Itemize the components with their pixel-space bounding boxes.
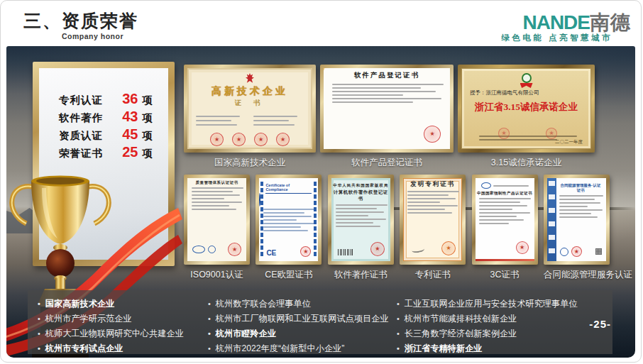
- bullet-icon: •: [38, 311, 40, 326]
- honor-item: • 杭州数字联合会理事单位: [208, 297, 397, 311]
- certificate-body: [403, 191, 462, 214]
- cqc-header: [481, 182, 529, 189]
- honor-text: 杭州市工厂物联网和工业互联网试点项目企业: [216, 311, 389, 326]
- certificate-caption: 软件著作证书: [328, 269, 394, 281]
- honor-item: • 杭州市瞪羚企业: [208, 326, 397, 341]
- bullet-icon: •: [208, 326, 211, 341]
- certificates-row-1: 高新技术企业 证 书 国家高新技术企业: [184, 65, 595, 169]
- stat-unit: 项: [143, 94, 153, 107]
- red-seal-icon: [424, 126, 441, 143]
- slide: 三、资质荣誉 Company honor NANDE南德 绿色电能 点亮智慧城市…: [0, 0, 642, 363]
- stat-unit: 项: [143, 147, 153, 160]
- certificate-caption: 合同能源管理服务认证: [544, 269, 610, 281]
- page-title: 三、资质荣誉: [23, 9, 138, 33]
- seal-row: [560, 246, 602, 257]
- honor-item: • 国家高新技术企业: [38, 297, 208, 311]
- stat-label: 软件著作: [59, 111, 103, 125]
- award-to-line: 授予：浙江南德电气有限公司: [470, 89, 583, 96]
- red-seal-icon: [254, 133, 268, 146]
- certificate-caption: 国家高新技术企业: [184, 157, 316, 169]
- cnas-logo-icon: [208, 246, 216, 253]
- certificate-body: [324, 84, 450, 103]
- certificate-card: 质量管理体系认证证书 ISO9001认证: [184, 175, 250, 281]
- certificate-title: 质量管理体系认证证书: [187, 180, 246, 185]
- certificate-card: 中国国家强制性产品认证证书 3C证书: [472, 175, 538, 281]
- honor-column: • 杭州数字联合会理事单位 • 杭州市工厂物联网和工业互联网试点项目企业 • 杭…: [208, 297, 397, 356]
- certificate-caption: 软件产品登记证书: [320, 157, 454, 169]
- red-seal-icon: [300, 246, 311, 257]
- certificate-title: 计算机软件著作权登记证书: [331, 189, 390, 202]
- honor-column: • 国家高新技术企业 • 杭州市产学研示范企业 • 杭师大工业物联网研究中心共建…: [38, 297, 208, 356]
- honor-text: 杭州数字联合会理事单位: [216, 297, 311, 311]
- honor-text: 工业互联网企业应用与安全技术研究理事单位: [405, 297, 578, 311]
- flame-emblem-icon: [246, 73, 255, 84]
- header-line: [493, 185, 529, 187]
- stat-row: 软件著作 43 项: [39, 109, 168, 126]
- stat-unit: 项: [143, 129, 153, 143]
- honor-item: • 杭州市工厂物联网和工业互联网试点项目企业: [208, 311, 397, 326]
- certificate-caption: CE欧盟证书: [255, 269, 322, 281]
- stat-value: 43: [122, 109, 138, 125]
- certificate-card: 发明专利证书 专利证书: [400, 175, 466, 281]
- honor-item: • 工业互联网企业应用与安全技术研究理事单位: [397, 297, 603, 311]
- bullet-icon: •: [397, 341, 400, 356]
- certificate-315: 授予：浙江南德电气有限公司 浙江省3.15诚信承诺企业 二〇二一年度: [458, 65, 595, 153]
- bullet-icon: •: [38, 297, 40, 311]
- red-footer-strip: [476, 259, 534, 261]
- honor-item: • 杭州市节能减排科技创新企业: [397, 311, 603, 326]
- certificate-card: 授予：浙江南德电气有限公司 浙江省3.15诚信承诺企业 二〇二一年度 3.15诚…: [458, 65, 595, 169]
- blue-strip: [260, 182, 263, 258]
- bullet-icon: •: [397, 297, 400, 311]
- honor-item: • 杭师大工业物联网研究中心共建企业: [38, 326, 208, 341]
- certificate-card: 高新技术企业 证 书 国家高新技术企业: [184, 65, 316, 169]
- certificate-software-product: 软件产品登记证书: [320, 65, 454, 153]
- red-seal-icon: [228, 243, 241, 256]
- certificate-caption: 3C证书: [472, 269, 538, 281]
- red-seal-icon: [546, 128, 557, 139]
- certificate-title: Certificate of Compliance: [265, 183, 312, 194]
- ce-mark: CE: [266, 249, 276, 257]
- honor-text: 浙江省专精特新企业: [405, 341, 483, 356]
- certificate-body: [476, 198, 534, 224]
- certificate-patent: 发明专利证书: [400, 175, 466, 265]
- certificate-card: 软件产品登记证书 软件产品登记证书: [320, 65, 454, 169]
- accreditation-row: [192, 243, 241, 256]
- certificate-3c: 中国国家强制性产品认证证书: [472, 175, 538, 265]
- red-seal-icon: [571, 246, 582, 257]
- blue-seal-icon: [560, 248, 568, 256]
- company-tagline: 绿色电能 点亮智慧城市: [501, 33, 612, 43]
- certificate-body: [187, 187, 246, 210]
- red-star-seal-icon: [370, 242, 385, 256]
- certificate-card: 中华人民共和国国家版权局 计算机软件著作权登记证书 软件著作证书: [328, 175, 394, 281]
- stat-row: 荣誉证书 25 项: [39, 144, 168, 162]
- stat-row: 资质认证 45 项: [39, 126, 168, 144]
- certificate-title: 发明专利证书: [403, 180, 462, 189]
- stat-value: 45: [122, 126, 138, 143]
- certificate-subtitle: 证 书: [187, 99, 312, 108]
- green-emblem-icon: [522, 73, 532, 83]
- honor-text: 国家高新技术企业: [45, 297, 115, 311]
- seal-row: [187, 133, 312, 146]
- blue-strip: [314, 182, 317, 258]
- signature: [412, 246, 425, 253]
- bullet-icon: •: [38, 326, 40, 341]
- certificate-body: [331, 204, 390, 227]
- red-seal-icon: [516, 241, 529, 254]
- orange-seal-icon: [441, 241, 456, 255]
- emblem-wrap: [461, 73, 591, 83]
- certificate-year: 二〇二一年度: [555, 139, 583, 145]
- certificate-card: 合同能源管理服务·认证证书 合同能源管理服务认证: [544, 175, 610, 281]
- red-seal-icon: [498, 128, 510, 139]
- bullet-icon: •: [38, 341, 40, 356]
- honor-text: 杭师大工业物联网研究中心共建企业: [45, 326, 184, 341]
- certificate-body: [259, 209, 318, 231]
- bullet-icon: •: [208, 297, 211, 311]
- honor-column: • 工业互联网企业应用与安全技术研究理事单位 • 杭州市节能减排科技创新企业 •…: [397, 297, 603, 356]
- iaf-logo-icon: [192, 246, 205, 253]
- stat-label: 专利认证: [59, 94, 103, 107]
- certificate-title: 中国国家强制性产品认证证书: [476, 191, 534, 196]
- bullet-icon: •: [397, 311, 400, 326]
- barcode: [338, 249, 353, 255]
- certificate-title: 合同能源管理服务·认证证书: [559, 183, 602, 193]
- stat-row: 专利认证 36 项: [39, 91, 168, 109]
